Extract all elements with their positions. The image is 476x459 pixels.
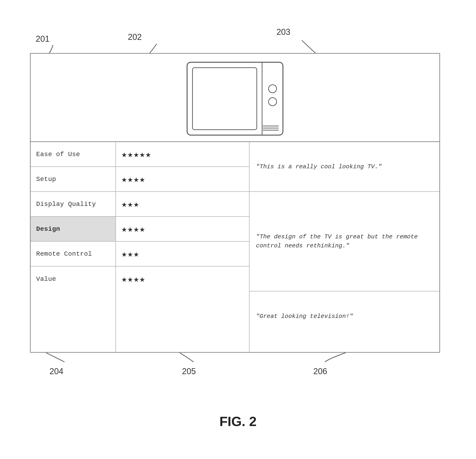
category-row-setup: Setup [31,167,115,192]
rating-row-value: ★★★★ [116,267,249,291]
tv-button-2 [268,97,277,106]
stars-setup: ★★★★ [121,173,145,185]
tv-screen [192,67,257,130]
review-block-2: "The design of the TV is great but the r… [249,192,439,291]
categories-column: Ease of Use Setup Display Quality Design… [31,142,116,352]
stars-value: ★★★★ [121,273,145,285]
ref-label-206: 206 [313,367,327,376]
stars-display-quality: ★★★ [121,199,139,210]
rating-row-ease-of-use: ★★★★★ [116,142,249,167]
category-row-ease-of-use: Ease of Use [31,142,115,167]
rating-row-remote-control: ★★★ [116,242,249,267]
figure-label: FIG. 2 [219,414,256,429]
table-area: Ease of Use Setup Display Quality Design… [31,141,439,352]
category-label: Design [36,225,60,233]
reviews-column: "This is a really cool looking TV." "The… [249,142,439,352]
category-label: Ease of Use [36,151,80,158]
review-text-2: "The design of the TV is great but the r… [256,232,433,250]
ratings-column: ★★★★★ ★★★★ ★★★ ★★★★ ★★★ ★★★★ [116,142,249,352]
category-row-display-quality: Display Quality [31,192,115,217]
tv-vents [263,126,279,130]
category-label: Value [36,276,56,283]
rating-row-design: ★★★★ [116,217,249,242]
ref-label-204: 204 [50,367,63,376]
category-label: Setup [36,176,56,183]
category-row-value: Value [31,267,115,291]
ref-label-205: 205 [182,367,196,376]
rating-row-display-quality: ★★★ [116,192,249,217]
tv-outer [187,62,283,136]
tv-vent-3 [263,130,279,130]
review-text-3: "Great looking television!" [256,312,353,321]
tv-vent-1 [263,126,279,126]
review-text-1: "This is a really cool looking TV." [256,162,382,171]
rating-row-setup: ★★★★ [116,167,249,192]
diagram-box: Ease of Use Setup Display Quality Design… [30,53,440,353]
review-block-3: "Great looking television!" [249,291,439,341]
tv-screen-area [187,63,262,135]
category-label: Remote Control [36,250,92,258]
category-label: Display Quality [36,200,96,208]
review-block-1: "This is a really cool looking TV." [249,142,439,192]
category-row-remote-control: Remote Control [31,242,115,267]
page-container: 201 202 203 204 205 206 LD-500 [0,0,476,459]
ref-label-202: 202 [128,32,142,42]
category-row-design: Design [31,217,115,242]
tv-illustration-area [31,54,439,141]
tv-button-1 [268,84,277,93]
stars-remote-control: ★★★ [121,248,139,260]
ref-label-203: 203 [276,27,290,37]
ref-label-201: 201 [36,34,50,44]
tv-vent-2 [263,128,279,128]
stars-design: ★★★★ [121,223,145,235]
stars-ease-of-use: ★★★★★ [121,149,151,160]
table-outer: Ease of Use Setup Display Quality Design… [31,141,439,352]
tv-controls [262,63,282,135]
